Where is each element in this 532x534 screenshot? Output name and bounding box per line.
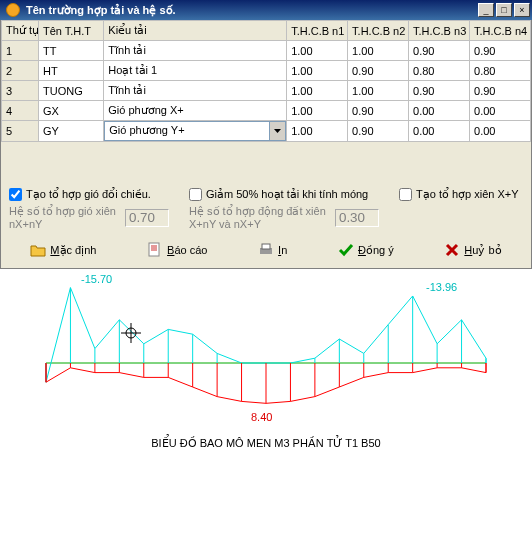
close-button[interactable]: × — [514, 3, 530, 17]
col-header[interactable]: Thứ tự — [2, 21, 39, 41]
ok-button[interactable]: Đồng ý — [338, 242, 394, 258]
type-combo-cell[interactable]: Gió phương Y+Gió phương Y+Gió phương Y-G… — [104, 121, 287, 142]
window-title: Tên trường hợp tải và hệ số. — [24, 4, 476, 17]
row-index[interactable]: 1 — [2, 41, 39, 61]
maximize-button[interactable]: □ — [496, 3, 512, 17]
chevron-down-icon[interactable] — [269, 122, 285, 140]
col-header[interactable]: T.H.C.B n2 — [348, 21, 409, 41]
row-index[interactable]: 5 — [2, 121, 39, 142]
row-index[interactable]: 2 — [2, 61, 39, 81]
type-combo[interactable]: Gió phương Y+ — [104, 121, 286, 141]
col-header[interactable]: T.H.C.B n1 — [287, 21, 348, 41]
heso2-input — [335, 209, 379, 227]
table-row[interactable]: 3TUONGTĩnh tải1.001.000.900.90 — [2, 81, 531, 101]
table-row[interactable]: 4GXGió phương X+1.000.900.000.00 — [2, 101, 531, 121]
row-index[interactable]: 3 — [2, 81, 39, 101]
lbl-heso2: Hệ số tổ hợp động đất xiên X+nY và nX+Y — [189, 205, 329, 230]
print-button[interactable]: In — [258, 242, 287, 258]
lbl-heso1: Hệ số tổ hợp gió xiên nX+nY — [9, 205, 119, 230]
table-row[interactable]: 5GYGió phương Y+Gió phương Y+Gió phương … — [2, 121, 531, 142]
heso1-input — [125, 209, 169, 227]
report-icon — [147, 242, 163, 258]
svg-text:-13.96: -13.96 — [426, 281, 457, 293]
default-button[interactable]: Mặc định — [30, 242, 96, 258]
table-row[interactable]: 1TTTĩnh tải1.001.000.900.90 — [2, 41, 531, 61]
title-bar: Tên trường hợp tải và hệ số. _ □ × — [0, 0, 532, 20]
type-dropdown[interactable]: Gió phương Y+Gió phương Y-Gió động phươn… — [104, 141, 269, 142]
row-index[interactable]: 4 — [2, 101, 39, 121]
col-header[interactable]: T.H.C.B n4 — [470, 21, 531, 41]
app-icon — [6, 3, 20, 17]
col-header[interactable]: T.H.C.B n3 — [409, 21, 470, 41]
chk-wind-reverse[interactable]: Tạo tổ hợp gió đổi chiều. — [9, 188, 179, 201]
svg-text:-15.70: -15.70 — [81, 273, 112, 285]
print-icon — [258, 242, 274, 258]
cancel-button[interactable]: Huỷ bỏ — [444, 242, 501, 258]
chk-xieny[interactable]: Tạo tổ hợp xiên X+Y — [399, 188, 519, 201]
load-cases-table[interactable]: Thứ tựTên T.H.TKiểu tảiT.H.C.B n1T.H.C.B… — [1, 20, 531, 142]
table-row[interactable]: 2HTHoạt tải 11.000.900.800.80 — [2, 61, 531, 81]
minimize-button[interactable]: _ — [478, 3, 494, 17]
chart-title: BIỂU ĐỒ BAO MÔ MEN M3 PHẦN TỬ T1 B50 — [10, 429, 522, 450]
svg-rect-2 — [262, 244, 270, 249]
x-icon — [444, 242, 460, 258]
col-header[interactable]: Kiểu tải — [104, 21, 287, 41]
report-button[interactable]: Báo cáo — [147, 242, 207, 258]
folder-icon — [30, 242, 46, 258]
col-header[interactable]: Tên T.H.T — [39, 21, 104, 41]
moment-chart: -15.70-13.968.40 — [10, 273, 522, 429]
chk-reduce50[interactable]: Giảm 50% hoạt tải khi tính móng — [189, 188, 389, 201]
svg-text:8.40: 8.40 — [251, 411, 272, 423]
check-icon — [338, 242, 354, 258]
